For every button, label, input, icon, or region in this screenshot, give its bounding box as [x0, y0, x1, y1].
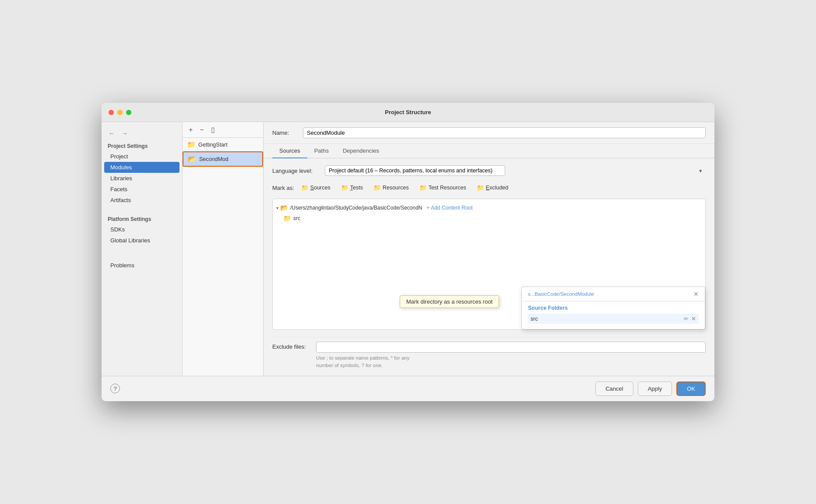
titlebar: Project Structure [102, 103, 714, 122]
source-folder-remove-btn[interactable]: ✕ [691, 315, 696, 322]
mark-as-row: Mark as: 📁 Sources 📁 Tests 📁 Resources [272, 183, 706, 192]
exclude-files-input[interactable] [316, 342, 706, 353]
libraries-label: Libraries [110, 175, 132, 182]
mark-excluded-label: Excluded [486, 185, 508, 191]
sidebar-spacer2 [102, 246, 182, 253]
language-level-row: Language level: Project default (16 – Re… [272, 165, 706, 176]
module-getting-start-label: GettingStart [198, 142, 228, 148]
module-toolbar: + − ▯ [183, 122, 263, 138]
module-item-getting-start[interactable]: 📁 GettingStart [183, 138, 263, 151]
name-input[interactable] [303, 127, 706, 138]
sidebar-spacer [102, 206, 182, 213]
tree-row-root[interactable]: ▾ 📂 /Users/zhanglintao/StudyCode/java/Ba… [273, 203, 705, 213]
facets-label: Facets [110, 186, 127, 192]
copy-module-button[interactable]: ▯ [209, 125, 217, 135]
exclude-row: Exclude files: Use ; to separate name pa… [272, 337, 706, 368]
mark-excluded-btn[interactable]: 📁 Excluded [473, 183, 512, 192]
main-layout: + − ▯ 📁 GettingStart 📂 SecondMod Name: [183, 122, 714, 375]
right-panel-path: s...BasicCode/SecondModule [528, 291, 594, 297]
exclude-hint: Use ; to separate name patterns, * for a… [316, 354, 706, 368]
window-title: Project Structure [385, 109, 431, 116]
right-panel: s...BasicCode/SecondModule ✕ Source Fold… [521, 287, 705, 329]
tree-row-src[interactable]: 📁 src [273, 213, 705, 224]
test-resources-icon: 📁 [419, 184, 427, 191]
excluded-icon: 📁 [477, 184, 484, 191]
artifacts-label: Artifacts [110, 197, 131, 203]
exclude-files-label: Exclude files: [272, 342, 312, 350]
content-area: Name: Sources Paths Dependencies Languag… [264, 122, 714, 375]
nav-row: ← → [102, 127, 182, 140]
close-button[interactable] [109, 110, 114, 115]
tree-chevron-root: ▾ [276, 206, 278, 210]
right-panel-body: Source Folders src ✏ ✕ [522, 301, 705, 329]
modules-label: Modules [110, 164, 132, 171]
tooltip-container: Mark directory as a resources root [400, 295, 499, 308]
tree-folder-root-icon: 📂 [280, 204, 288, 212]
source-folder-name: src [531, 316, 538, 322]
name-row: Name: [264, 122, 714, 144]
tests-icon: 📁 [341, 184, 348, 191]
maximize-button[interactable] [126, 110, 131, 115]
mark-tests-label: Tests [350, 185, 363, 191]
minimize-button[interactable] [117, 110, 123, 115]
cancel-button[interactable]: Cancel [595, 382, 633, 396]
mark-sources-label: Sources [310, 185, 331, 191]
sidebar-item-project[interactable]: Project [102, 151, 182, 162]
tree-root-path: /Users/zhanglintao/StudyCode/java/BasicC… [290, 205, 422, 211]
forward-button[interactable]: → [120, 129, 130, 138]
tooltip: Mark directory as a resources root [400, 295, 499, 308]
source-folders-label: Source Folders [528, 305, 699, 311]
add-content-root-btn[interactable]: + Add Content Root [424, 204, 475, 212]
mark-sources-btn[interactable]: 📁 Sources [298, 183, 334, 192]
tab-dependencies[interactable]: Dependencies [336, 144, 386, 158]
back-button[interactable]: ← [107, 129, 116, 138]
project-structure-window: Project Structure ← → Project Settings P… [102, 103, 714, 401]
settings-area: Language level: Project default (16 – Re… [264, 158, 714, 375]
sidebar-item-facets[interactable]: Facets [102, 184, 182, 195]
folder-icon: 📁 [187, 140, 196, 149]
tree-src-label: src [293, 215, 300, 221]
global-libs-label: Global Libraries [110, 237, 150, 244]
mark-tests-btn[interactable]: 📁 Tests [338, 183, 366, 192]
source-folder-item: src ✏ ✕ [528, 314, 699, 324]
window-controls [109, 110, 131, 115]
tabs-row: Sources Paths Dependencies [264, 144, 714, 158]
sidebar-item-problems[interactable]: Problems [102, 260, 182, 271]
sidebar-item-sdks[interactable]: SDKs [102, 224, 182, 235]
project-label: Project [110, 153, 128, 160]
right-panel-close-btn[interactable]: ✕ [693, 290, 699, 298]
module-second-label: SecondMod [199, 156, 229, 162]
platform-settings-section: Platform Settings [102, 213, 182, 224]
tab-sources[interactable]: Sources [272, 144, 307, 158]
sources-icon: 📁 [301, 184, 309, 191]
window-body: ← → Project Settings Project Modules Lib… [102, 122, 714, 375]
tree-folder-src-icon: 📁 [283, 214, 292, 222]
folder-icon-selected: 📂 [188, 155, 197, 163]
language-level-wrapper: Project default (16 – Records, patterns,… [325, 165, 706, 176]
help-button[interactable]: ? [110, 384, 120, 393]
sidebar-spacer3 [102, 253, 182, 260]
remove-module-button[interactable]: − [198, 125, 205, 135]
mark-resources-btn[interactable]: 📁 Resources [370, 183, 412, 192]
sidebar-item-modules[interactable]: Modules [104, 162, 179, 173]
right-panel-header: s...BasicCode/SecondModule ✕ [522, 287, 705, 301]
sidebar-item-artifacts[interactable]: Artifacts [102, 195, 182, 206]
mark-test-resources-btn[interactable]: 📁 Test Resources [416, 183, 470, 192]
add-module-button[interactable]: + [187, 125, 194, 135]
footer-left: ? [110, 384, 120, 393]
language-level-label: Language level: [272, 168, 320, 174]
sidebar: ← → Project Settings Project Modules Lib… [102, 122, 183, 375]
tab-paths[interactable]: Paths [307, 144, 336, 158]
mark-test-resources-label: Test Resources [429, 185, 466, 191]
sidebar-item-global-libs[interactable]: Global Libraries [102, 235, 182, 246]
ok-button[interactable]: OK [676, 382, 706, 396]
resources-icon: 📁 [373, 184, 381, 191]
source-folder-actions: ✏ ✕ [684, 315, 696, 322]
sidebar-item-libraries[interactable]: Libraries [102, 173, 182, 184]
apply-button[interactable]: Apply [638, 382, 672, 396]
module-item-second-module[interactable]: 📂 SecondMod [183, 151, 263, 167]
language-level-select[interactable]: Project default (16 – Records, patterns,… [325, 165, 505, 176]
source-folder-edit-btn[interactable]: ✏ [684, 315, 689, 322]
footer-right: Cancel Apply OK [595, 382, 706, 396]
mark-as-label: Mark as: [272, 185, 294, 191]
